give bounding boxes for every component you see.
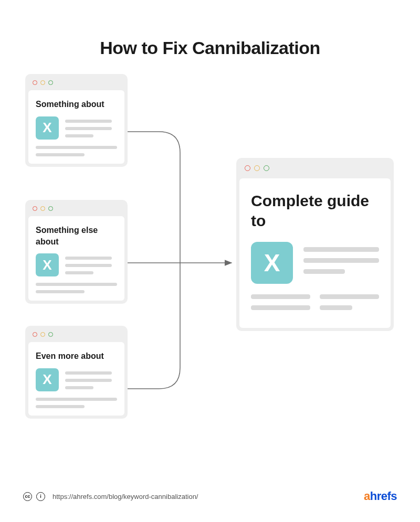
source-url: https://ahrefs.com/blog/keyword-cannibal… [52,493,198,500]
cc-license-icon: cc [23,492,32,501]
topic-x-icon: X [36,116,59,140]
minimize-icon [40,332,45,337]
window-controls [239,161,391,178]
window-controls [28,77,124,90]
topic-x-icon: X [251,242,293,284]
card-title: Something about [36,99,117,110]
placeholder-lines [65,116,117,137]
placeholder-lines [303,242,379,274]
brand-rest: hrefs [370,489,397,503]
placeholder-lines [36,283,117,293]
merge-arrow-icon [128,74,238,441]
close-icon [33,80,37,85]
card-title: Even more about [36,350,117,362]
window-controls [28,329,124,342]
close-icon [33,332,37,337]
footer: cc i https://ahrefs.com/blog/keyword-can… [23,489,397,503]
target-card: Complete guide to X [236,158,394,331]
maximize-icon [264,165,269,171]
card-body: Even more about X [28,342,124,416]
brand-logo: ahrefs [364,489,397,503]
placeholder-lines [251,294,379,310]
page-title: How to Fix Cannibalization [0,0,420,58]
placeholder-lines [65,368,117,389]
window-controls [28,203,124,216]
topic-x-icon: X [36,253,59,276]
diagram-canvas: Something about X Something else about [0,74,420,473]
minimize-icon [254,165,260,171]
minimize-icon [40,206,45,211]
source-card-1: Something about X [25,74,128,167]
close-icon [33,206,37,211]
brand-a: a [364,489,370,503]
attribution-icon: i [36,492,45,501]
card-title: Complete guide to [251,191,379,230]
maximize-icon [48,332,53,337]
card-body: Something about X [28,90,124,164]
minimize-icon [40,80,45,85]
placeholder-lines [65,253,117,274]
maximize-icon [48,80,53,85]
card-title: Something else about [36,225,117,247]
topic-x-icon: X [36,368,59,391]
card-body: Complete guide to X [239,178,391,328]
footer-attribution: cc i https://ahrefs.com/blog/keyword-can… [23,492,198,501]
card-body: Something else about X [28,216,124,301]
source-card-2: Something else about X [25,200,128,304]
placeholder-lines [36,398,117,408]
placeholder-lines [36,146,117,156]
close-icon [245,165,250,171]
maximize-icon [48,206,53,211]
source-card-3: Even more about X [25,326,128,419]
